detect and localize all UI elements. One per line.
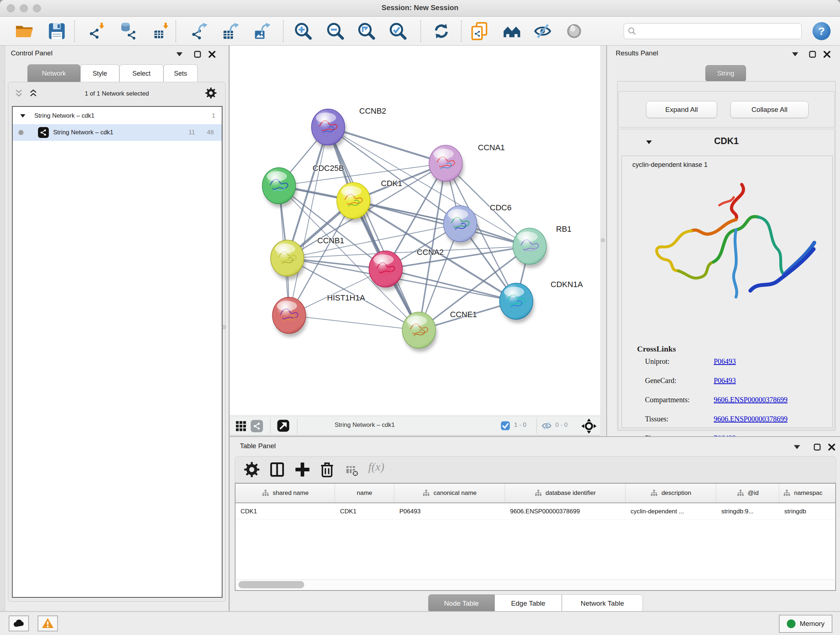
tree-column-icon <box>262 489 270 497</box>
collapse-panel-icon[interactable] <box>175 50 184 59</box>
open-session-icon[interactable] <box>15 22 33 40</box>
network-type-badge[interactable] <box>251 420 263 432</box>
zoom-selected-icon[interactable] <box>389 22 407 40</box>
network-row[interactable]: String Network – cdk1 11 48 <box>13 124 222 141</box>
cell-canonical-name[interactable]: P06493 <box>394 503 505 519</box>
network-canvas[interactable]: CCNB2 CCNA1 CDC25B CDK1 <box>229 46 600 416</box>
close-panel-icon[interactable] <box>208 50 216 59</box>
tab-style[interactable]: Style <box>80 65 119 82</box>
cell-description[interactable]: cyclin-dependent ... <box>625 503 716 519</box>
column-header-description[interactable]: description <box>625 484 716 502</box>
collapse-all-button[interactable]: Collapse All <box>730 101 808 118</box>
column-header-name[interactable]: name <box>335 484 394 502</box>
tab-network-table[interactable]: Network Table <box>562 594 643 613</box>
svg-text:CDC6: CDC6 <box>490 203 512 212</box>
collection-label: String Network – cdk1 <box>34 112 95 119</box>
crosslink-label: Compartments: <box>645 396 690 404</box>
float-panel-icon[interactable] <box>808 50 817 59</box>
selected-checkbox-icon[interactable] <box>500 421 510 431</box>
share-icon <box>253 422 261 430</box>
memory-status-dot <box>787 619 796 628</box>
protein-node-CCNA1: CCNA1 <box>429 143 505 185</box>
float-panel-icon[interactable] <box>193 50 202 59</box>
zoom-fit-icon[interactable] <box>357 22 376 40</box>
table-toolbar: f(x) <box>235 456 836 483</box>
svg-text:CCNB2: CCNB2 <box>359 106 386 116</box>
hidden-eye-icon <box>542 421 552 431</box>
export-table-icon[interactable] <box>223 22 240 40</box>
column-header-canonical-name[interactable]: canonical name <box>394 484 505 502</box>
crosslink-link[interactable]: P06493 <box>714 377 736 385</box>
tab-string[interactable]: String <box>706 65 746 82</box>
network-collection-row[interactable]: String Network – cdk1 1 <box>13 108 222 124</box>
protein-node-CDC25B: CDC25B <box>262 164 344 207</box>
crosslink-link[interactable]: 9606.ENSP00000378699 <box>714 396 788 404</box>
close-panel-icon[interactable] <box>827 443 836 451</box>
collapse-panel-icon[interactable] <box>793 443 801 451</box>
show-columns-icon[interactable] <box>269 462 285 478</box>
search-field[interactable] <box>624 23 802 39</box>
protein-node-CCNB1: CCNB1 <box>271 236 344 280</box>
zoom-in-icon[interactable] <box>294 22 312 40</box>
cloud-button[interactable] <box>9 616 29 631</box>
column-header-database-identifier[interactable]: database identifier <box>505 484 625 502</box>
string-network-badge <box>38 127 49 138</box>
import-network-database-icon[interactable] <box>119 22 137 40</box>
cell-namespace[interactable]: stringdb <box>779 503 835 519</box>
table-row[interactable]: CDK1 CDK1 P06493 9606.ENSP00000378699 cy… <box>235 503 835 520</box>
cell-database-identifier[interactable]: 9606.ENSP00000378699 <box>505 503 625 519</box>
separator <box>297 418 297 433</box>
left-splitter-handle[interactable] <box>222 325 226 329</box>
collapse-panel-icon[interactable] <box>791 50 799 59</box>
tab-network[interactable]: Network <box>27 65 80 82</box>
export-image-icon[interactable] <box>254 22 272 40</box>
open-in-window-icon[interactable] <box>277 419 290 432</box>
hide-eye-icon[interactable] <box>534 22 552 40</box>
save-session-icon[interactable] <box>48 22 66 40</box>
import-table-icon[interactable] <box>153 22 171 40</box>
export-network-icon[interactable] <box>191 22 209 40</box>
svg-text:CCNA2: CCNA2 <box>417 248 444 257</box>
expand-all-button[interactable]: Expand All <box>646 101 717 118</box>
hidden-counts: 0 - 0 <box>555 421 568 429</box>
table-options-gear-icon[interactable] <box>244 462 260 478</box>
home-pair-icon[interactable] <box>503 22 521 40</box>
cell-shared-name[interactable]: CDK1 <box>235 503 335 519</box>
tab-select[interactable]: Select <box>119 65 164 82</box>
function-builder-icon: f(x) <box>368 460 384 473</box>
help-button[interactable]: ? <box>813 22 831 40</box>
show-sphere-icon[interactable] <box>565 22 583 40</box>
column-header-shared-name[interactable]: shared name <box>235 484 335 502</box>
cell-name[interactable]: CDK1 <box>335 503 394 519</box>
delete-column-trash-icon[interactable] <box>319 462 335 478</box>
results-buttons-box: Expand All Collapse All <box>618 91 835 127</box>
search-input[interactable] <box>636 25 801 38</box>
memory-button[interactable]: Memory <box>779 615 832 633</box>
tab-node-table[interactable]: Node Table <box>428 594 494 613</box>
collection-expand-icon[interactable] <box>19 112 27 119</box>
tab-sets[interactable]: Sets <box>164 65 197 82</box>
network-options-gear-icon[interactable] <box>205 87 217 99</box>
crosshair-icon[interactable] <box>581 418 597 434</box>
network-graph[interactable]: CCNB2 CCNA1 CDC25B CDK1 <box>230 46 600 417</box>
protein-node-RB1: RB1 <box>513 225 572 268</box>
cell-id[interactable]: stringdb:9... <box>716 503 779 519</box>
refresh-icon[interactable] <box>432 22 450 40</box>
zoom-out-icon[interactable] <box>326 22 344 40</box>
warnings-button[interactable] <box>38 616 58 631</box>
close-panel-icon[interactable] <box>823 50 831 59</box>
column-header-id[interactable]: @id <box>716 484 779 502</box>
horizontal-scrollbar[interactable] <box>235 579 836 591</box>
copy-files-icon[interactable] <box>470 22 488 40</box>
import-network-file-icon[interactable] <box>88 22 107 40</box>
scrollbar-thumb[interactable] <box>238 581 304 588</box>
right-splitter-handle[interactable] <box>601 238 605 242</box>
network-selection-summary: 1 of 1 Network selected <box>8 90 225 97</box>
float-panel-icon[interactable] <box>813 443 821 451</box>
column-header-namespace[interactable]: namespac <box>779 484 835 502</box>
crosslink-link[interactable]: P06493 <box>714 357 736 366</box>
crosslink-link[interactable]: 9606.ENSP00000378699 <box>714 415 788 423</box>
add-column-icon[interactable] <box>294 462 310 478</box>
tab-edge-table[interactable]: Edge Table <box>494 594 562 613</box>
birdseye-grid-icon[interactable] <box>235 421 246 432</box>
